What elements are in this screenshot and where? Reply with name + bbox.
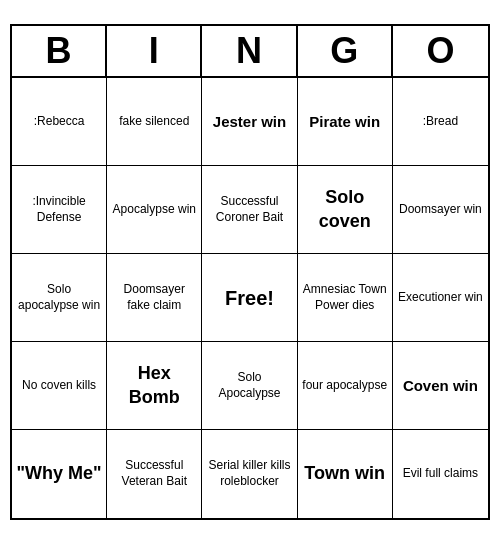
cell-text-20: "Why Me" bbox=[17, 462, 102, 485]
bingo-cell-14: Executioner win bbox=[393, 254, 488, 342]
bingo-cell-23: Town win bbox=[298, 430, 393, 518]
bingo-cell-11: Doomsayer fake claim bbox=[107, 254, 202, 342]
bingo-cell-21: Successful Veteran Bait bbox=[107, 430, 202, 518]
bingo-cell-6: Apocalypse win bbox=[107, 166, 202, 254]
cell-text-21: Successful Veteran Bait bbox=[111, 458, 197, 489]
bingo-cell-9: Doomsayer win bbox=[393, 166, 488, 254]
bingo-cell-15: No coven kills bbox=[12, 342, 107, 430]
cell-text-22: Serial killer kills roleblocker bbox=[206, 458, 292, 489]
bingo-cell-19: Coven win bbox=[393, 342, 488, 430]
cell-text-10: Solo apocalypse win bbox=[16, 282, 102, 313]
cell-text-24: Evil full claims bbox=[403, 466, 478, 482]
bingo-letter-o: O bbox=[393, 26, 488, 76]
bingo-cell-5: :Invincible Defense bbox=[12, 166, 107, 254]
cell-text-6: Apocalypse win bbox=[113, 202, 196, 218]
cell-text-12: Free! bbox=[225, 285, 274, 311]
bingo-cell-0: :Rebecca bbox=[12, 78, 107, 166]
cell-text-19: Coven win bbox=[403, 376, 478, 396]
bingo-letter-g: G bbox=[298, 26, 393, 76]
cell-text-4: :Bread bbox=[423, 114, 458, 130]
bingo-cell-17: Solo Apocalypse bbox=[202, 342, 297, 430]
bingo-cell-24: Evil full claims bbox=[393, 430, 488, 518]
bingo-cell-18: four apocalypse bbox=[298, 342, 393, 430]
cell-text-14: Executioner win bbox=[398, 290, 483, 306]
cell-text-18: four apocalypse bbox=[302, 378, 387, 394]
cell-text-15: No coven kills bbox=[22, 378, 96, 394]
bingo-cell-12: Free! bbox=[202, 254, 297, 342]
bingo-header: BINGO bbox=[12, 26, 488, 78]
bingo-letter-n: N bbox=[202, 26, 297, 76]
bingo-cell-22: Serial killer kills roleblocker bbox=[202, 430, 297, 518]
bingo-cell-1: fake silenced bbox=[107, 78, 202, 166]
bingo-cell-10: Solo apocalypse win bbox=[12, 254, 107, 342]
bingo-cell-2: Jester win bbox=[202, 78, 297, 166]
cell-text-17: Solo Apocalypse bbox=[206, 370, 292, 401]
bingo-cell-4: :Bread bbox=[393, 78, 488, 166]
cell-text-5: :Invincible Defense bbox=[16, 194, 102, 225]
cell-text-16: Hex Bomb bbox=[111, 362, 197, 409]
cell-text-1: fake silenced bbox=[119, 114, 189, 130]
bingo-cell-3: Pirate win bbox=[298, 78, 393, 166]
cell-text-11: Doomsayer fake claim bbox=[111, 282, 197, 313]
cell-text-8: Solo coven bbox=[302, 186, 388, 233]
cell-text-0: :Rebecca bbox=[34, 114, 85, 130]
bingo-letter-b: B bbox=[12, 26, 107, 76]
cell-text-9: Doomsayer win bbox=[399, 202, 482, 218]
bingo-cell-13: Amnesiac Town Power dies bbox=[298, 254, 393, 342]
bingo-letter-i: I bbox=[107, 26, 202, 76]
cell-text-7: Successful Coroner Bait bbox=[206, 194, 292, 225]
cell-text-2: Jester win bbox=[213, 112, 286, 132]
bingo-cell-8: Solo coven bbox=[298, 166, 393, 254]
cell-text-3: Pirate win bbox=[309, 112, 380, 132]
cell-text-13: Amnesiac Town Power dies bbox=[302, 282, 388, 313]
bingo-cell-7: Successful Coroner Bait bbox=[202, 166, 297, 254]
bingo-cell-20: "Why Me" bbox=[12, 430, 107, 518]
bingo-grid: :Rebeccafake silencedJester winPirate wi… bbox=[12, 78, 488, 518]
bingo-cell-16: Hex Bomb bbox=[107, 342, 202, 430]
cell-text-23: Town win bbox=[304, 462, 385, 485]
bingo-card: BINGO :Rebeccafake silencedJester winPir… bbox=[10, 24, 490, 520]
